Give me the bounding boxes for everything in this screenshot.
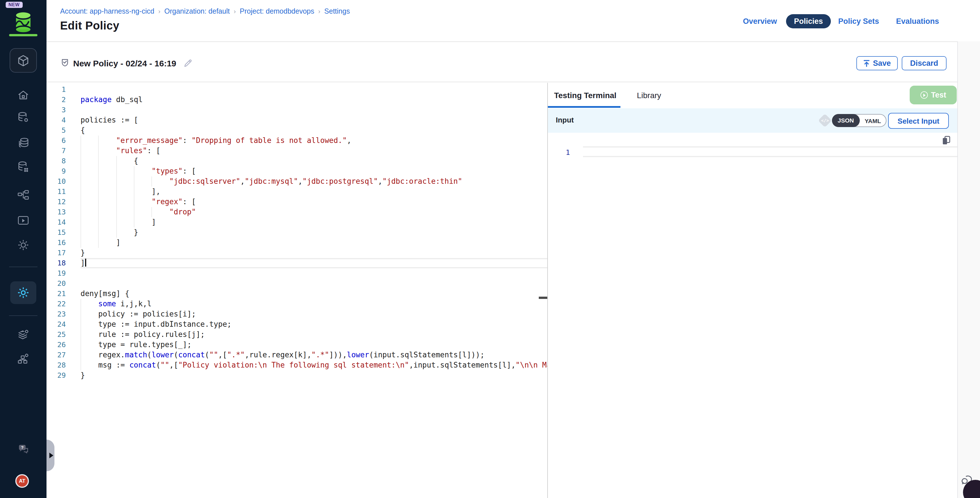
sidebar-item-executions[interactable] <box>17 215 30 226</box>
sidebar-divider <box>9 315 37 316</box>
top-header: Account: app-harness-ng-cicd›Organizatio… <box>46 0 980 41</box>
policy-code-editor[interactable]: 1234567891011121314151617181920212223242… <box>46 83 548 498</box>
database-gear-icon <box>17 111 30 124</box>
gear-icon <box>17 239 30 251</box>
sidebar-item-settings[interactable] <box>17 239 30 251</box>
sidebar-item-org-settings[interactable] <box>17 352 30 365</box>
sidebar-item-home[interactable] <box>17 89 30 102</box>
policy-editor-card: New Policy - 02/24 - 16:19 Save Discard … <box>46 41 957 498</box>
database-dots-icon <box>17 161 30 173</box>
tab-library[interactable]: Library <box>637 91 661 100</box>
tab-testing-terminal[interactable]: Testing Terminal <box>554 91 616 100</box>
input-line-number: 1 <box>548 148 583 158</box>
breadcrumb-account[interactable]: Account: app-harness-ng-cicd <box>60 7 154 15</box>
breadcrumb-separator: › <box>158 8 160 15</box>
home-icon <box>17 89 30 102</box>
tab-evaluations[interactable]: Evaluations <box>896 14 939 29</box>
format-yaml-option[interactable]: YAML <box>859 117 886 124</box>
sidebar-item-db-instances[interactable] <box>17 111 30 124</box>
breadcrumb-separator: › <box>318 8 320 15</box>
module-indicator-bar <box>9 34 37 36</box>
format-toggle[interactable]: JSON YAML <box>832 114 887 127</box>
code-gutter: 1234567891011121314151617181920212223242… <box>46 84 81 380</box>
input-label: Input <box>556 116 574 124</box>
right-gutter-strip <box>957 41 980 498</box>
breadcrumb-org[interactable]: Organization: default <box>164 7 230 15</box>
cube-icon <box>16 54 30 67</box>
sidebar-item-project-settings-active[interactable] <box>10 281 36 304</box>
test-button[interactable]: Test <box>910 86 957 104</box>
upload-icon <box>863 60 870 67</box>
save-button[interactable]: Save <box>856 56 898 70</box>
breadcrumb-separator: › <box>234 8 235 15</box>
svg-text:?: ? <box>21 445 24 450</box>
left-nav-sidebar: NEW <box>0 0 46 498</box>
policy-shield-check-icon <box>60 58 70 67</box>
active-tab-underline <box>548 106 620 108</box>
network-gear-icon <box>17 352 30 365</box>
gear-active-icon <box>16 286 30 299</box>
new-badge: NEW <box>6 2 22 8</box>
input-editor-line[interactable] <box>583 146 957 157</box>
policy-toolbar: New Policy - 02/24 - 16:19 Save Discard <box>46 42 957 82</box>
select-input-label: Select Input <box>897 116 939 125</box>
input-header-bar: Input </> JSON YAML Select Input <box>548 108 957 133</box>
testing-panel: Testing Terminal Library Test Input </> … <box>548 83 957 498</box>
breadcrumb-project[interactable]: Project: demodbdevops <box>240 7 315 15</box>
database-stack-icon <box>17 137 30 149</box>
chevron-right-icon <box>49 453 53 458</box>
discard-label: Discard <box>910 59 938 67</box>
policy-name: New Policy - 02/24 - 16:19 <box>73 59 177 68</box>
edit-policy-name-icon[interactable] <box>183 59 193 68</box>
sidebar-item-databases[interactable] <box>17 137 30 149</box>
sidebar-item-pipelines[interactable] <box>17 190 30 200</box>
sidebar-divider <box>9 267 37 267</box>
avatar[interactable]: AT <box>15 474 29 488</box>
sidebar-expand-handle[interactable] <box>46 439 54 471</box>
save-label: Save <box>873 59 891 67</box>
tab-policy-sets[interactable]: Policy Sets <box>838 14 879 29</box>
play-circle-icon <box>920 91 928 99</box>
code-format-icon: </> <box>818 114 832 127</box>
breadcrumb-settings[interactable]: Settings <box>325 7 350 15</box>
page-title: Edit Policy <box>60 19 119 32</box>
play-video-icon <box>17 215 30 226</box>
layers-gear-icon <box>17 328 30 341</box>
discard-button[interactable]: Discard <box>902 56 947 70</box>
copy-icon[interactable] <box>942 135 950 145</box>
sidebar-item-db-schemas[interactable] <box>17 161 30 173</box>
tab-overview[interactable]: Overview <box>743 14 777 29</box>
tab-policies[interactable]: Policies <box>786 14 831 29</box>
format-json-option[interactable]: JSON <box>832 114 859 127</box>
test-label: Test <box>931 91 946 99</box>
help-chat-icon[interactable]: ? <box>18 444 30 454</box>
app-root: NEW <box>0 0 980 498</box>
flow-icon <box>17 190 30 200</box>
breadcrumb: Account: app-harness-ng-cicd›Organizatio… <box>60 7 350 15</box>
code-lines: package db_sqlpolicies := [{"error_messa… <box>81 84 547 380</box>
sidebar-item-module[interactable] <box>10 48 37 73</box>
overview-ruler-cursor-mark <box>539 297 548 299</box>
select-input-button[interactable]: Select Input <box>888 113 949 129</box>
harness-db-devops-logo-icon[interactable] <box>14 10 33 34</box>
sidebar-item-default-settings[interactable] <box>17 328 30 341</box>
